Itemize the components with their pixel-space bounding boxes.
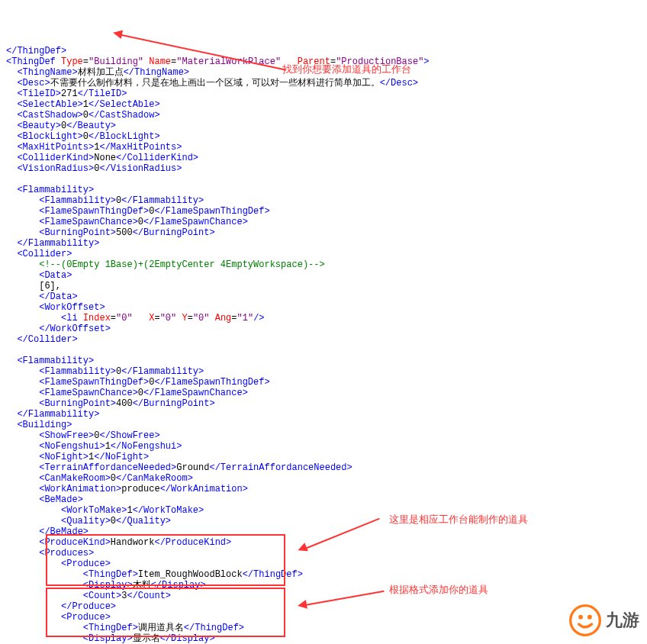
logo-icon: [569, 604, 601, 636]
svg-point-2: [587, 615, 592, 620]
jiuyou-logo: 九游: [569, 604, 639, 636]
svg-point-0: [571, 606, 600, 636]
arrow-head-icon: [297, 600, 307, 610]
annotation-find-workbench: 找到你想要添加道具的工作台: [282, 64, 411, 75]
highlight-box-produce-2: [46, 588, 285, 637]
logo-text: 九游: [606, 615, 639, 626]
highlight-box-produce-1: [46, 534, 285, 586]
annotation-format: 根据格式添加你的道具: [389, 584, 488, 595]
svg-point-1: [578, 615, 583, 620]
arrow-head-icon: [112, 28, 123, 39]
annotation-items: 这里是相应工作台能制作的道具: [389, 514, 528, 525]
